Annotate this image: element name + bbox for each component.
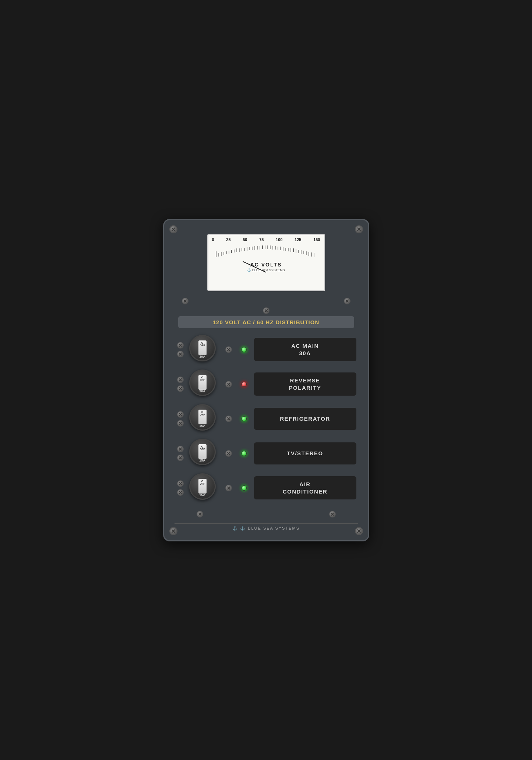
mid-screw-1 (225, 346, 232, 353)
breaker-row-air-conditioner: OOFF 15A AIRCONDITIONER (176, 473, 356, 503)
left-screw-4-bot (177, 455, 184, 461)
breaker-amp-ref: 15A (199, 424, 205, 428)
label-ac-main: AC MAIN30A (254, 338, 356, 361)
mid-col-1 (223, 346, 234, 353)
label-tv-stereo: TV/STEREO (254, 442, 356, 464)
breaker-body-ac-main[interactable]: OOFF 30A (189, 335, 216, 361)
left-screw-col-4 (176, 446, 185, 461)
center-screw (263, 307, 269, 314)
led-col-1 (239, 347, 250, 352)
breaker-handle-text-ac: OOFF (200, 480, 205, 485)
breaker-ac-main[interactable]: OOFF 30A (189, 335, 219, 364)
mid-col-2 (223, 381, 234, 388)
distribution-label: 120 VOLT AC / 60 HZ DISTRIBUTION (178, 316, 354, 328)
breaker-amp-tv: 15A (199, 459, 205, 462)
label-refrigerator: REFRIGERATOR (254, 408, 356, 430)
breaker-handle-text-tv: OOFF (200, 445, 205, 451)
breaker-amp-ac-main: 30A (199, 355, 205, 358)
corner-screw-tl (169, 225, 177, 233)
bottom-screw-right (329, 511, 336, 517)
bottom-screws-row (175, 506, 358, 520)
mid-screw-4 (225, 450, 232, 457)
breaker-row-refrigerator: OOFF 15A REFRIGERATOR (176, 404, 356, 434)
led-col-4 (239, 451, 250, 456)
left-screw-3-top (177, 411, 184, 418)
breaker-row-reverse-polarity: OOFF 30A REVERSEPOLARITY (176, 370, 356, 399)
voltmeter: 0 25 50 75 100 125 150 (207, 234, 325, 291)
mid-screw-left (182, 298, 189, 304)
scale-labels: 0 25 50 75 100 125 150 (208, 235, 324, 242)
voltmeter-brand: ⚓ BLUE SEA SYSTEMS (208, 268, 324, 272)
breaker-amp-ac: 15A (199, 493, 205, 497)
left-screw-col-3 (176, 411, 185, 427)
brand-icon: ⚓ (232, 526, 238, 530)
left-screw-2-bot (177, 385, 184, 392)
left-screw-1-bot (177, 351, 184, 357)
left-screw-col-2 (176, 377, 185, 392)
mid-screw-3 (225, 416, 232, 422)
left-screw-5-bot (177, 489, 184, 496)
breaker-air-conditioner[interactable]: OOFF 15A (189, 473, 219, 503)
breakers-section: OOFF 30A AC MAIN30A OOFF (176, 335, 356, 503)
led-col-2 (239, 382, 250, 387)
led-ac-main (242, 347, 247, 352)
breaker-row-ac-main: OOFF 30A AC MAIN30A (176, 335, 356, 364)
breaker-body-refrigerator[interactable]: OOFF 15A (189, 404, 216, 431)
main-panel: 0 25 50 75 100 125 150 (163, 219, 369, 541)
led-col-3 (239, 416, 250, 421)
voltmeter-title: AC VOLTS (208, 262, 324, 268)
bottom-screw-left (197, 511, 203, 517)
mid-col-3 (223, 416, 234, 422)
led-refrigerator (242, 416, 247, 421)
breaker-refrigerator[interactable]: OOFF 15A (189, 404, 219, 434)
left-screw-2-top (177, 377, 184, 383)
breaker-row-tv-stereo: OOFF 15A TV/STEREO (176, 439, 356, 468)
breaker-handle-ac-main[interactable]: OOFF (198, 340, 207, 355)
breaker-handle-tv-stereo[interactable]: OOFF (198, 444, 207, 459)
label-reverse-polarity: REVERSEPOLARITY (254, 372, 356, 396)
breaker-body-tv-stereo[interactable]: OOFF 15A (189, 439, 216, 465)
mid-screw-right (344, 298, 350, 304)
mid-col-4 (223, 450, 234, 457)
brand-footer: ⚓ ⚓ BLUE SEA SYSTEMS (175, 523, 358, 533)
left-screw-1-top (177, 342, 184, 349)
breaker-handle-text-ref: OOFF (200, 411, 205, 416)
breaker-handle-text-rp: OOFF (200, 376, 205, 382)
mid-screw-2 (225, 381, 232, 388)
brand-text: ⚓ BLUE SEA SYSTEMS (240, 526, 300, 530)
corner-screw-tr (355, 225, 363, 233)
led-reverse-polarity (242, 382, 247, 387)
center-screw-row (175, 307, 358, 314)
led-air-conditioner (242, 485, 247, 491)
breaker-handle-air-conditioner[interactable]: OOFF (198, 479, 207, 494)
mid-screws-row (175, 298, 358, 304)
breaker-reverse-polarity[interactable]: OOFF 30A (189, 370, 219, 399)
left-screw-5-top (177, 480, 184, 487)
left-screw-4-top (177, 446, 184, 452)
corner-screw-bl (169, 527, 177, 535)
breaker-tv-stereo[interactable]: OOFF 15A (189, 439, 219, 468)
breaker-handle-refrigerator[interactable]: OOFF (198, 410, 207, 424)
mid-screw-5 (225, 485, 232, 491)
scale-ticks-svg (208, 242, 324, 259)
left-screw-3-bot (177, 420, 184, 427)
label-air-conditioner: AIRCONDITIONER (254, 476, 356, 499)
voltmeter-section: 0 25 50 75 100 125 150 (175, 234, 358, 291)
breaker-handle-text-ac-main: OOFF (200, 342, 205, 347)
breaker-body-reverse-polarity[interactable]: OOFF 30A (189, 370, 216, 396)
left-screw-col-5 (176, 480, 185, 496)
led-tv-stereo (242, 451, 247, 456)
breaker-handle-reverse-polarity[interactable]: OOFF (198, 375, 207, 390)
led-col-5 (239, 485, 250, 491)
breaker-body-air-conditioner[interactable]: OOFF 15A (189, 473, 216, 500)
breaker-amp-rp: 30A (199, 389, 205, 393)
corner-screw-br (355, 527, 363, 535)
left-screw-col-1 (176, 342, 185, 357)
mid-col-5 (223, 485, 234, 491)
